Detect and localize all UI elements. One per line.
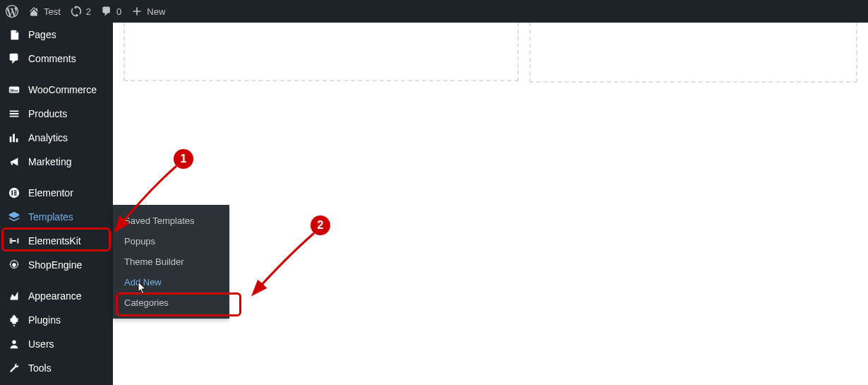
sidebar-item-label: Plugins <box>28 314 61 326</box>
svg-rect-3 <box>11 190 13 195</box>
sidebar-item-shopengine[interactable]: ShopEngine <box>0 253 113 277</box>
refresh-icon <box>71 6 82 17</box>
admin-sidebar: Pages Comments Woo WooCommerce Products … <box>0 23 113 385</box>
sidebar-item-label: Comments <box>28 53 76 64</box>
wordpress-menu[interactable] <box>6 5 18 18</box>
comments-bar[interactable]: 0 <box>101 6 121 17</box>
sidebar-item-label: ElementsKit <box>28 235 81 247</box>
appearance-icon <box>7 290 21 302</box>
analytics-icon <box>7 131 21 144</box>
sidebar-item-tools[interactable]: Tools <box>0 356 113 380</box>
svg-rect-5 <box>14 192 17 194</box>
new-label: New <box>147 6 165 17</box>
templates-submenu: Saved Templates Popups Theme Builder Add… <box>113 205 229 319</box>
submenu-theme-builder[interactable]: Theme Builder <box>113 251 229 272</box>
placeholder-widget-right[interactable] <box>529 23 857 83</box>
sidebar-item-products[interactable]: Products <box>0 102 113 126</box>
sidebar-item-pages[interactable]: Pages <box>0 23 113 47</box>
sidebar-item-label: Elementor <box>28 187 73 199</box>
site-name-label: Test <box>44 6 61 17</box>
products-icon <box>7 107 21 120</box>
svg-rect-6 <box>14 194 17 196</box>
home-icon <box>28 6 40 17</box>
svg-point-8 <box>12 340 16 344</box>
annotation-badge-2: 2 <box>311 215 330 235</box>
sidebar-item-comments[interactable]: Comments <box>0 47 113 71</box>
wordpress-icon <box>6 5 18 18</box>
comment-icon <box>101 6 112 17</box>
shopengine-icon <box>7 259 21 271</box>
sidebar-item-label: Marketing <box>28 156 71 167</box>
submenu-add-new[interactable]: Add New <box>113 272 229 292</box>
placeholder-widget-left[interactable] <box>123 23 519 81</box>
updates-count: 2 <box>86 6 91 17</box>
main-content <box>113 23 868 385</box>
sidebar-item-label: WooCommerce <box>28 84 97 95</box>
svg-rect-4 <box>14 190 17 191</box>
comments-icon <box>7 52 21 65</box>
sidebar-item-woocommerce[interactable]: Woo WooCommerce <box>0 78 113 102</box>
sidebar-item-appearance[interactable]: Appearance <box>0 284 113 308</box>
sidebar-item-label: Users <box>28 338 54 350</box>
sidebar-item-marketing[interactable]: Marketing <box>0 150 113 174</box>
submenu-categories[interactable]: Categories <box>113 292 229 313</box>
submenu-popups[interactable]: Popups <box>113 231 229 251</box>
woo-icon: Woo <box>7 83 21 96</box>
site-name[interactable]: Test <box>28 6 61 17</box>
sidebar-item-label: Products <box>28 108 67 119</box>
sidebar-item-label: Templates <box>28 211 73 223</box>
plugins-icon <box>7 314 21 326</box>
submenu-saved-templates[interactable]: Saved Templates <box>113 211 229 231</box>
annotation-badge-1: 1 <box>174 149 193 169</box>
sidebar-item-label: Pages <box>28 29 56 40</box>
sidebar-item-plugins[interactable]: Plugins <box>0 308 113 332</box>
sidebar-item-label: Appearance <box>28 290 82 302</box>
sidebar-item-elementskit[interactable]: ElementsKit <box>0 229 113 253</box>
admin-bar: Test 2 0 New <box>0 0 868 23</box>
sidebar-item-templates[interactable]: Templates <box>0 205 113 229</box>
svg-point-7 <box>12 263 16 266</box>
elementskit-icon <box>7 235 21 247</box>
sidebar-item-label: Analytics <box>28 132 68 143</box>
users-icon <box>7 338 21 350</box>
sidebar-item-elementor[interactable]: Elementor <box>0 181 113 205</box>
page-icon <box>7 28 21 41</box>
sidebar-item-label: Tools <box>28 362 52 374</box>
templates-icon <box>7 211 21 223</box>
sidebar-item-label: ShopEngine <box>28 259 82 271</box>
tools-icon <box>7 362 21 374</box>
plus-icon <box>131 6 143 17</box>
new-content[interactable]: New <box>131 6 165 17</box>
elementor-icon <box>7 186 21 199</box>
updates[interactable]: 2 <box>71 6 91 17</box>
marketing-icon <box>7 155 21 168</box>
svg-text:Woo: Woo <box>10 88 18 93</box>
comments-count: 0 <box>116 6 121 17</box>
sidebar-item-users[interactable]: Users <box>0 332 113 356</box>
sidebar-item-analytics[interactable]: Analytics <box>0 126 113 150</box>
